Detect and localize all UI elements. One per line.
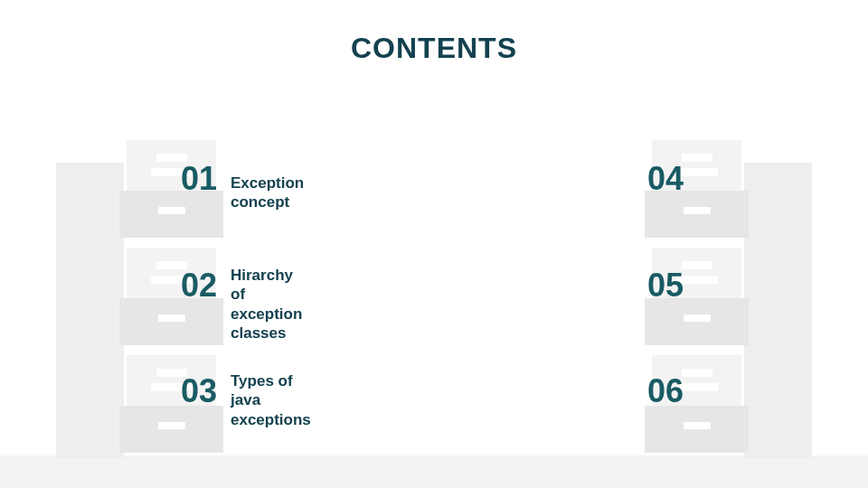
contents-number: 02: [181, 269, 217, 302]
contents-number: 03: [181, 375, 217, 408]
contents-label: Hirarchy of exception classes: [231, 266, 302, 343]
contents-list: 01 Exception concept 02 Hirarchy of exce…: [0, 0, 868, 488]
contents-number: 06: [647, 375, 684, 408]
contents-label: Types of java exceptions: [231, 371, 311, 429]
contents-label: Exception concept: [231, 174, 304, 212]
contents-number: 04: [647, 163, 684, 195]
contents-number: 05: [647, 269, 684, 302]
contents-number: 01: [181, 163, 217, 195]
